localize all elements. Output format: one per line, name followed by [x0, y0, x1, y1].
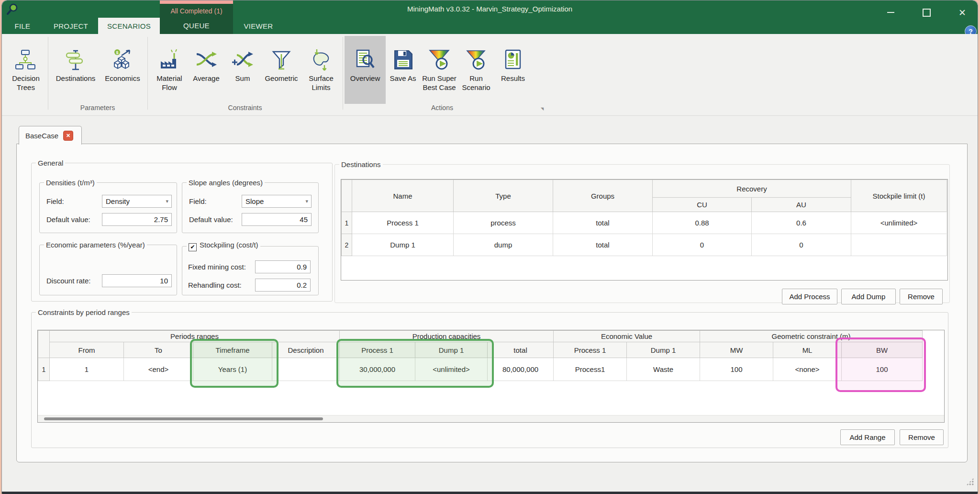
cell-ev-process1[interactable]: Process1	[554, 358, 627, 381]
menu-tab-queue[interactable]: QUEUE	[160, 22, 233, 30]
cell-au[interactable]: 0.6	[752, 212, 851, 234]
constraints-group-label: Constraints by period ranges	[36, 308, 132, 316]
cell-process1[interactable]: 30,000,000	[340, 358, 415, 381]
cell-name[interactable]: Dump 1	[352, 234, 454, 256]
scenario-panel: General Densities (t/m³) Field: Density …	[16, 144, 968, 462]
cell-from[interactable]: 1	[50, 358, 124, 381]
ribbon-button-run-scenario[interactable]: Run Scenario	[459, 36, 493, 104]
add-process-button[interactable]: Add Process	[782, 289, 837, 304]
cell-stockpile[interactable]	[851, 234, 947, 256]
fixed-mining-cost-input[interactable]: 0.9	[255, 260, 311, 273]
ribbon-button-geometric[interactable]: Geometric	[261, 36, 301, 104]
economics-icon: $	[111, 36, 134, 71]
menu-tab-scenarios[interactable]: SCENARIOS	[98, 18, 160, 34]
slope-angles-group-label: Slope angles (degrees)	[187, 179, 265, 187]
remove-range-button[interactable]: Remove	[900, 429, 944, 445]
slope-field-value: Slope	[245, 197, 264, 205]
cell-ev-dump1[interactable]: Waste	[627, 358, 700, 381]
maximize-button[interactable]	[916, 6, 937, 19]
ribbon-button-save-as[interactable]: Save As	[388, 36, 418, 104]
minimize-button[interactable]	[880, 6, 901, 19]
menu-tab-file[interactable]: FILE	[11, 18, 34, 34]
stockpiling-checkbox[interactable]: ✔	[189, 243, 197, 251]
material-flow-icon	[158, 36, 181, 71]
horizontal-scrollbar[interactable]	[38, 415, 944, 422]
slope-field-select[interactable]: Slope ▾	[242, 195, 312, 208]
discount-rate-label: Discount rate:	[46, 276, 91, 286]
economic-parameters-group-label: Economic parameters (%/year)	[44, 241, 147, 249]
overview-icon	[354, 36, 377, 71]
density-default-input[interactable]: 2.75	[102, 213, 172, 226]
scenario-tab[interactable]: BaseCase ✕	[19, 126, 82, 145]
cell-dump1[interactable]: <unlimited>	[415, 358, 488, 381]
col-ev-process1: Process 1	[554, 342, 627, 358]
rehandling-cost-label: Rehandling cost:	[188, 280, 242, 291]
ribbon-button-sum[interactable]: Sum	[226, 36, 259, 104]
ribbon-button-destinations[interactable]: Destinations	[53, 36, 99, 104]
resize-grip[interactable]	[966, 478, 974, 485]
density-field-label: Field:	[46, 196, 64, 207]
cell-total[interactable]: 80,000,000	[488, 358, 554, 381]
window-title: MiningMath v3.0.32 - Marvin_Strategy_Opt…	[2, 5, 978, 13]
density-field-select[interactable]: Density ▾	[102, 195, 172, 208]
cell-cu[interactable]: 0	[653, 234, 752, 256]
col-process1: Process 1	[340, 342, 415, 358]
ribbon-button-average[interactable]: Average	[189, 36, 223, 104]
ribbon-button-surface-limits[interactable]: Surface Limits	[302, 36, 340, 104]
decision-trees-icon	[14, 36, 37, 71]
dialog-launcher-icon[interactable]: ◥	[541, 107, 544, 111]
ribbon-button-overview[interactable]: Overview	[345, 36, 386, 104]
menu-tab-project[interactable]: PROJECT	[44, 18, 98, 34]
ribbon-button-material-flow[interactable]: Material Flow	[150, 36, 189, 104]
ribbon-button-decision-trees[interactable]: Decision Trees	[8, 36, 44, 104]
cell-name[interactable]: Process 1	[352, 212, 454, 234]
constraints-group: Constraints by period ranges Per	[31, 308, 948, 448]
tab-close-button[interactable]: ✕	[63, 131, 73, 141]
close-icon: ✕	[66, 133, 70, 139]
content-area: BaseCase ✕ General Densities (t/m³) Fiel…	[2, 116, 978, 489]
constraints-table: Periods ranges Production capacities Eco…	[37, 330, 945, 423]
slope-default-input[interactable]: 45	[242, 213, 312, 226]
discount-rate-input[interactable]: 10	[102, 274, 172, 287]
ribbon-button-run-super-best-case[interactable]: Run Super Best Case	[419, 36, 459, 104]
col-bw: BW	[842, 342, 923, 358]
cell-cu[interactable]: 0.88	[653, 212, 752, 234]
cell-description[interactable]	[272, 358, 340, 381]
add-range-button[interactable]: Add Range	[840, 429, 895, 445]
results-icon	[501, 36, 524, 71]
menu-tab-viewer[interactable]: VIEWER	[239, 18, 278, 34]
add-dump-button[interactable]: Add Dump	[841, 289, 896, 304]
cell-ml[interactable]: <none>	[773, 358, 842, 381]
cell-mw[interactable]: 100	[700, 358, 773, 381]
scrollbar-thumb[interactable]	[44, 417, 323, 420]
cell-groups[interactable]: total	[553, 212, 653, 234]
close-icon: ✕	[958, 7, 966, 18]
cell-type[interactable]: process	[454, 212, 553, 234]
slope-field-label: Field:	[189, 196, 207, 207]
remove-destination-button[interactable]: Remove	[900, 289, 943, 304]
close-button[interactable]: ✕	[952, 6, 973, 19]
maximize-icon	[923, 9, 931, 17]
cell-stockpile[interactable]: <unlimited>	[851, 212, 947, 234]
col-type: Type	[454, 180, 553, 212]
queue-status: All Completed (1)	[160, 7, 233, 15]
cell-groups[interactable]: total	[553, 234, 653, 256]
cell-type[interactable]: dump	[454, 234, 553, 256]
ribbon-button-economics[interactable]: $ Economics	[101, 36, 144, 104]
density-default-label: Default value:	[46, 214, 90, 225]
ribbon-group-label-parameters: Parameters	[52, 104, 144, 113]
cell-au[interactable]: 0	[752, 234, 851, 256]
ribbon-button-results[interactable]: Results	[497, 36, 529, 104]
densities-group-label: Densities (t/m³)	[44, 179, 97, 187]
title-bar: MiningMath v3.0.32 - Marvin_Strategy_Opt…	[2, 0, 978, 34]
cell-to[interactable]: <end>	[124, 358, 193, 381]
average-icon	[195, 36, 218, 71]
rehandling-cost-input[interactable]: 0.2	[255, 279, 311, 292]
cell-timeframe[interactable]: Years (1)	[193, 358, 272, 381]
col-stockpile-limit: Stockpile limit (t)	[851, 180, 947, 212]
queue-progress-bar	[160, 0, 233, 4]
destinations-group-label: Destinations	[339, 160, 383, 168]
cell-bw[interactable]: 100	[842, 358, 923, 381]
col-name: Name	[352, 180, 454, 212]
col-from: From	[50, 342, 124, 358]
